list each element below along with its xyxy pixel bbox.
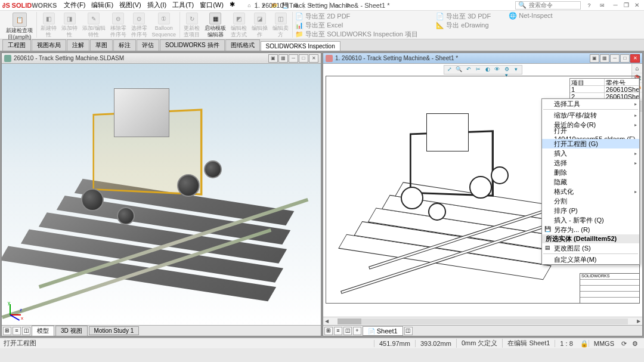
pane-opt1-icon[interactable]: ▣ xyxy=(268,54,278,63)
drawing-viewport[interactable]: ⤢ 🔍 ↶ ✂ ◐ 👁 ⚙ ▾ ▾ ⌂ 📚 🎨 ◉ ✱ 项目零件号 126061… xyxy=(323,64,642,317)
tab-sketch[interactable]: 草图 xyxy=(90,39,113,51)
ctx-save-as[interactable]: 💾另存为... (R) xyxy=(542,225,639,234)
status-scale[interactable]: 1 : 8 xyxy=(555,340,577,347)
export-3d-pdf-button[interactable]: 📄 导出至 3D PDF xyxy=(436,12,491,21)
tab-evaluate[interactable]: 评估 xyxy=(137,39,159,51)
taskpane-home-icon[interactable]: ⌂ xyxy=(632,64,642,73)
minimize-icon[interactable]: ─ xyxy=(611,1,620,10)
export-2d-pdf-button[interactable]: 📄 导出至 2D PDF xyxy=(295,12,418,21)
edit-operation-button[interactable]: ◪编辑操作 xyxy=(250,12,269,38)
tab-sheet-format[interactable]: 图纸格式 xyxy=(225,39,260,51)
tab-annotation[interactable]: 注解 xyxy=(67,39,89,51)
zoom-fit-icon[interactable]: ⤢ xyxy=(445,66,454,73)
export-excel-button[interactable]: 📊 导出至 Excel xyxy=(295,21,418,30)
model-viewport[interactable]: y x z xyxy=(2,64,321,325)
add-feature-button[interactable]: ◨添加特性 xyxy=(60,12,79,38)
update-inspection-button[interactable]: ↻更新检查项目 xyxy=(182,12,201,38)
ctx-format[interactable]: 格式化▸ xyxy=(542,187,639,196)
tab-3dview[interactable]: 3D 视图 xyxy=(55,326,88,336)
menu-help[interactable]: ✱ xyxy=(227,1,237,10)
menu-view[interactable]: 视图(V) xyxy=(117,1,144,10)
pane-opt1-icon[interactable]: ▣ xyxy=(590,54,599,63)
ctx-delete[interactable]: 删除 xyxy=(542,168,639,177)
ctx-open-drawing[interactable]: 打开工程图 (G) xyxy=(542,139,639,148)
ctx-hide[interactable]: 隐藏 xyxy=(542,177,639,187)
ctx-select-tools[interactable]: 选择工具▸ xyxy=(542,99,639,109)
section-icon[interactable]: ✂ xyxy=(474,66,482,73)
pane-minimize-icon[interactable]: ─ xyxy=(610,54,620,63)
help-icon[interactable]: ? xyxy=(584,1,594,10)
pane-maximize-icon[interactable]: □ xyxy=(299,54,308,63)
scroll-right-icon[interactable]: ▶ xyxy=(635,318,642,324)
tab-drawing[interactable]: 工程图 xyxy=(2,39,31,51)
edit-vendor-button[interactable]: ◫编辑卖方 xyxy=(271,12,290,38)
select-balloon-button[interactable]: ⊙选择零件序号 xyxy=(130,12,148,38)
menu-tools[interactable]: 工具(T) xyxy=(170,1,196,10)
ctx-insert[interactable]: 插入▸ xyxy=(542,148,639,158)
pane-opt2-icon[interactable]: ▦ xyxy=(278,54,288,63)
pane-close-icon[interactable]: ✕ xyxy=(630,54,640,63)
status-rebuild-icon[interactable]: ⟳ xyxy=(621,340,630,347)
tab-model[interactable]: 模型 xyxy=(32,326,54,336)
pane-opt2-icon[interactable]: ▦ xyxy=(600,54,609,63)
tab-sheet1[interactable]: 📄 Sheet1 xyxy=(363,326,403,336)
ctx-customize[interactable]: 自定义菜单(M) xyxy=(542,255,639,264)
tree-icon[interactable]: ⊞ xyxy=(3,327,11,335)
drawing-h-scrollbar[interactable]: ◀ ▶ xyxy=(323,317,642,325)
export-project-button[interactable]: 📁 导出至 SOLIDWORKS Inspection 项目 xyxy=(295,30,418,39)
restore-icon[interactable]: ❐ xyxy=(621,1,631,10)
tab-inspection[interactable]: SOLIDWORKS Inspection xyxy=(261,41,340,51)
view-settings-icon[interactable]: ⚙ ▾ xyxy=(503,66,511,73)
ctx-select[interactable]: 选择▸ xyxy=(542,158,639,168)
menu-file[interactable]: 文件(F) xyxy=(61,1,88,10)
scroll-left-icon[interactable]: ◀ xyxy=(323,318,330,324)
ctx-sort[interactable]: 排序 (P) xyxy=(542,206,639,215)
apply-scene-icon[interactable]: ▾ xyxy=(512,66,521,73)
search-input[interactable] xyxy=(529,2,577,8)
edit-feature-button[interactable]: ✎添加/编辑特性 xyxy=(81,12,107,38)
scroll-thumb[interactable] xyxy=(338,318,361,324)
close-icon[interactable]: ✕ xyxy=(632,1,642,10)
prev-view-icon[interactable]: ↶ xyxy=(465,66,473,73)
remove-balloon-button[interactable]: ⊖移除零件序号 xyxy=(109,12,128,38)
tab-addins[interactable]: SOLIDWORKS 插件 xyxy=(160,39,225,51)
zoom-area-icon[interactable]: 🔍 xyxy=(455,66,463,73)
tab-view-layout[interactable]: 视图布局 xyxy=(32,39,66,51)
menu-insert[interactable]: 插入(I) xyxy=(145,1,169,10)
new-sheet-icon[interactable]: ◫ xyxy=(404,327,413,335)
ctx-change-layer[interactable]: ▤更改图层 (S) xyxy=(542,243,639,253)
notif-icon[interactable]: ✉ xyxy=(597,1,607,10)
add-sheet-icon[interactable]: + xyxy=(353,327,361,335)
config-icon[interactable]: ≡ xyxy=(13,327,21,335)
config-icon[interactable]: ≡ xyxy=(334,327,342,335)
hide-show-icon[interactable]: 👁 xyxy=(493,66,501,73)
menu-window[interactable]: 窗口(W) xyxy=(197,1,226,10)
balloon-sequence-button[interactable]: ①BalloonSequence xyxy=(151,12,178,38)
new-inspection-button[interactable]: 📋 新建检查项 目(amplh) xyxy=(5,12,34,41)
menu-edit[interactable]: 编辑(E) xyxy=(89,1,116,10)
net-inspect-button[interactable]: 🌐 Net-Inspect xyxy=(509,12,552,20)
status-units[interactable]: MMGS xyxy=(589,340,619,347)
ctx-insert-new-part[interactable]: 插入 - 新零件 (Q) xyxy=(542,215,639,225)
view-triad[interactable]: y x z xyxy=(5,298,29,321)
pane-minimize-icon[interactable]: ─ xyxy=(289,54,298,63)
edit-method-button[interactable]: ◩编辑检查方式 xyxy=(230,12,248,38)
ctx-split[interactable]: 分割 xyxy=(542,196,639,206)
layers-icon[interactable]: ◫ xyxy=(343,327,352,335)
ctx-zoom-pan[interactable]: 缩放/平移/旋转▸ xyxy=(542,110,639,120)
tab-motion-study[interactable]: Motion Study 1 xyxy=(89,326,140,335)
pane-maximize-icon[interactable]: □ xyxy=(620,54,630,63)
tab-dimension[interactable]: 标注 xyxy=(113,39,136,51)
status-lock-icon[interactable]: 🔒 xyxy=(580,340,589,347)
export-edrawing-button[interactable]: 📐 导出 eDrawing xyxy=(436,21,491,30)
ctx-open-file[interactable]: 打开 140410assem55.sldasm (F) xyxy=(542,129,639,139)
command-search[interactable]: 🔍 xyxy=(515,1,581,10)
layers-icon[interactable]: ◫ xyxy=(22,327,30,335)
qat-home-icon[interactable]: ⌂ xyxy=(244,1,254,10)
template-editor-button[interactable]: ▦启动模板编辑器 xyxy=(203,12,227,38)
tree-icon[interactable]: ⊞ xyxy=(324,327,333,335)
display-style-icon[interactable]: ◐ xyxy=(484,66,492,73)
status-settings-icon[interactable]: ⚙ xyxy=(632,340,640,347)
new-feature-button[interactable]: ◧新建特性 xyxy=(39,12,58,38)
pane-close-icon[interactable]: ✕ xyxy=(309,54,318,63)
